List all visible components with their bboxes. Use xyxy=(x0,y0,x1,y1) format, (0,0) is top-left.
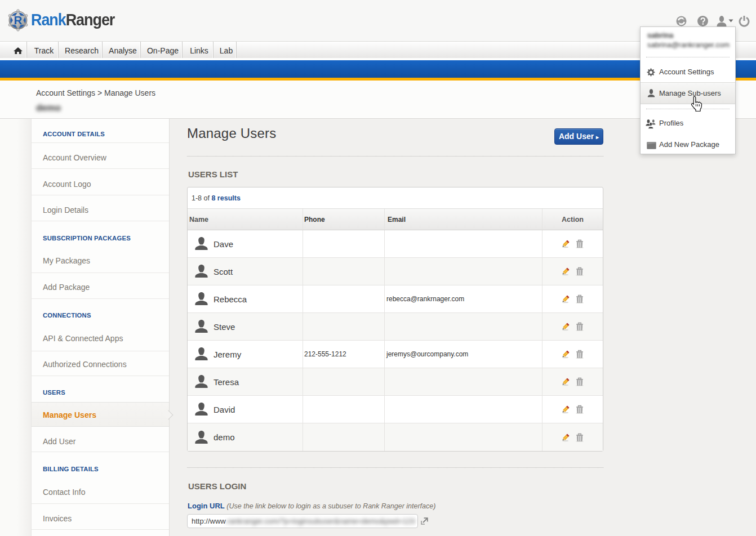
svg-text:R: R xyxy=(14,14,23,26)
